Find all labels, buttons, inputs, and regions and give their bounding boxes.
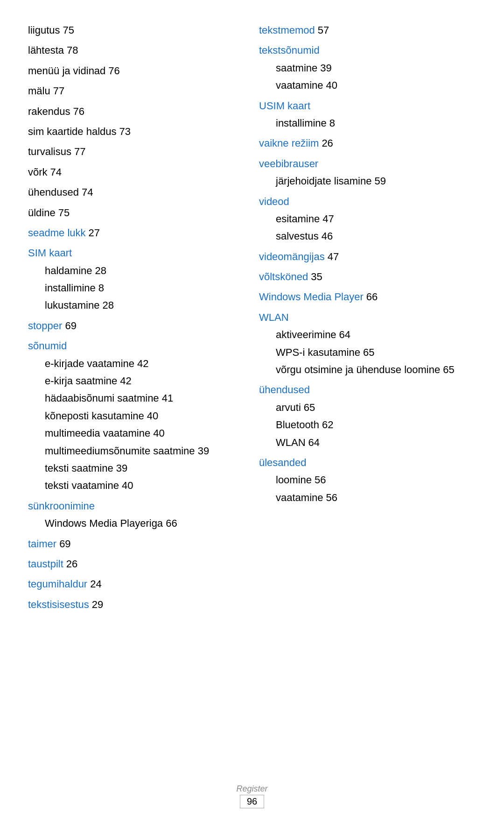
sub-label: haldamine bbox=[45, 262, 92, 279]
sub-label: vaatamine bbox=[276, 489, 323, 506]
sub-label: saatmine bbox=[276, 59, 317, 77]
index-entry: WLANaktiveerimine64WPS-i kasutamine65võr… bbox=[259, 309, 476, 379]
entry-main: mälu77 bbox=[28, 82, 245, 99]
entry-number: 78 bbox=[67, 42, 78, 59]
entry-number: 57 bbox=[318, 21, 329, 39]
sub-entry: aktiveerimine64 bbox=[276, 326, 476, 343]
entry-main: tegumihaldur24 bbox=[28, 575, 245, 593]
footer-register-label: Register bbox=[0, 784, 504, 794]
sub-number: 46 bbox=[322, 227, 333, 245]
sub-entry: multimeedia vaatamine40 bbox=[45, 424, 245, 442]
sub-entries: saatmine39vaatamine40 bbox=[276, 59, 476, 94]
entry-label: liigutus bbox=[28, 21, 60, 39]
entry-main: rakendus76 bbox=[28, 103, 245, 120]
entry-main: vaikne režiim26 bbox=[259, 134, 476, 152]
sub-number: 40 bbox=[122, 477, 133, 494]
entry-label: võltsköned bbox=[259, 268, 308, 285]
entry-label: lähtesta bbox=[28, 42, 64, 59]
entry-number: 29 bbox=[92, 596, 103, 613]
entry-main: videod bbox=[259, 193, 476, 210]
entry-main: seadme lukk27 bbox=[28, 224, 245, 241]
sub-number: 56 bbox=[315, 471, 326, 488]
entry-label: videod bbox=[259, 193, 289, 210]
entry-label: videomängijas bbox=[259, 248, 325, 265]
sub-label: kõneposti kasutamine bbox=[45, 407, 144, 424]
sub-number: 56 bbox=[326, 489, 337, 506]
sub-entries: aktiveerimine64WPS-i kasutamine65võrgu o… bbox=[276, 326, 476, 378]
sub-entry: installimine8 bbox=[45, 279, 245, 297]
index-entry: SIM kaarthaldamine28installimine8lukusta… bbox=[28, 244, 245, 314]
entry-main: sim kaartide haldus73 bbox=[28, 123, 245, 140]
sub-entries: e-kirjade vaatamine42e-kirja saatmine42h… bbox=[45, 355, 245, 495]
sub-label: WLAN bbox=[276, 434, 306, 451]
sub-entry: saatmine39 bbox=[276, 59, 476, 77]
entry-number: 77 bbox=[53, 82, 64, 99]
sub-entry: salvestus46 bbox=[276, 227, 476, 245]
sub-label: e-kirja saatmine bbox=[45, 372, 117, 389]
sub-label: vaatamine bbox=[276, 77, 323, 94]
sub-label: teksti vaatamine bbox=[45, 477, 119, 494]
sub-label: Bluetooth bbox=[276, 416, 319, 433]
index-entry: rakendus76 bbox=[28, 103, 245, 120]
sub-label: installimine bbox=[45, 279, 96, 297]
entry-main: ühendused bbox=[259, 381, 476, 398]
entry-main: ülesanded bbox=[259, 454, 476, 471]
entry-label: menüü ja vidinad bbox=[28, 62, 105, 79]
entry-number: 35 bbox=[311, 268, 322, 285]
entry-main: taimer69 bbox=[28, 535, 245, 552]
index-entry: liigutus75 bbox=[28, 21, 245, 39]
sub-number: 42 bbox=[120, 372, 131, 389]
sub-entry: e-kirjade vaatamine42 bbox=[45, 355, 245, 372]
entry-main: USIM kaart bbox=[259, 97, 476, 114]
sub-number: 62 bbox=[322, 416, 333, 433]
sub-entry: vaatamine56 bbox=[276, 489, 476, 506]
entry-label: turvalisus bbox=[28, 143, 71, 160]
sub-label: salvestus bbox=[276, 227, 319, 245]
entry-main: sõnumid bbox=[28, 337, 245, 354]
index-entry: võltsköned35 bbox=[259, 268, 476, 285]
entry-number: 26 bbox=[322, 134, 333, 152]
entry-label: veebibrauser bbox=[259, 155, 318, 172]
entry-label: ühendused bbox=[259, 381, 310, 398]
entry-number: 69 bbox=[59, 535, 70, 552]
entry-main: taustpilt26 bbox=[28, 555, 245, 573]
entry-number: 69 bbox=[65, 317, 76, 334]
sub-label: esitamine bbox=[276, 210, 320, 227]
sub-entry-multiline: hädaabisõnumi saatmine 41 bbox=[45, 389, 245, 407]
sub-number: 40 bbox=[326, 77, 337, 94]
sub-entry-multiline: multimeediumsõnumite saatmine 39 bbox=[45, 442, 245, 459]
sub-label: multimeedia vaatamine bbox=[45, 424, 150, 442]
entry-label: taustpilt bbox=[28, 555, 63, 573]
sub-entries: loomine56vaatamine56 bbox=[276, 471, 476, 506]
index-entry: Windows Media Player66 bbox=[259, 288, 476, 305]
entry-label: sünkroonimine bbox=[28, 497, 95, 515]
index-entry: tegumihaldur24 bbox=[28, 575, 245, 593]
entry-label: SIM kaart bbox=[28, 244, 72, 262]
page-content: liigutus75lähtesta78menüü ja vidinad76mä… bbox=[28, 19, 476, 614]
entry-main: turvalisus77 bbox=[28, 143, 245, 160]
entry-label: taimer bbox=[28, 535, 56, 552]
index-entry: seadme lukk27 bbox=[28, 224, 245, 241]
entry-number: 77 bbox=[74, 143, 85, 160]
sub-entries: haldamine28installimine8lukustamine28 bbox=[45, 262, 245, 314]
sub-number: 47 bbox=[322, 210, 334, 227]
sub-label: aktiveerimine bbox=[276, 326, 336, 343]
index-entry: ühendusedarvuti65Bluetooth62WLAN64 bbox=[259, 381, 476, 451]
entry-main: üldine75 bbox=[28, 204, 245, 221]
entry-label: üldine bbox=[28, 204, 56, 221]
column-left: liigutus75lähtesta78menüü ja vidinad76mä… bbox=[28, 19, 259, 614]
entry-label: tekstsõnumid bbox=[259, 42, 320, 59]
sub-label: loomine bbox=[276, 471, 312, 488]
sub-number: 59 bbox=[374, 172, 385, 190]
footer-page-number: 96 bbox=[240, 795, 264, 808]
sub-entries: installimine8 bbox=[276, 114, 476, 132]
entry-label: USIM kaart bbox=[259, 97, 310, 114]
sub-entry: järjehoidjate lisamine59 bbox=[276, 172, 476, 190]
entry-main: SIM kaart bbox=[28, 244, 245, 262]
entry-label: stopper bbox=[28, 317, 62, 334]
sub-label: järjehoidjate lisamine bbox=[276, 172, 371, 190]
entry-number: 74 bbox=[50, 163, 62, 181]
sub-entry: lukustamine28 bbox=[45, 297, 245, 314]
sub-number: 28 bbox=[95, 262, 106, 279]
sub-entry: kõneposti kasutamine40 bbox=[45, 407, 245, 424]
